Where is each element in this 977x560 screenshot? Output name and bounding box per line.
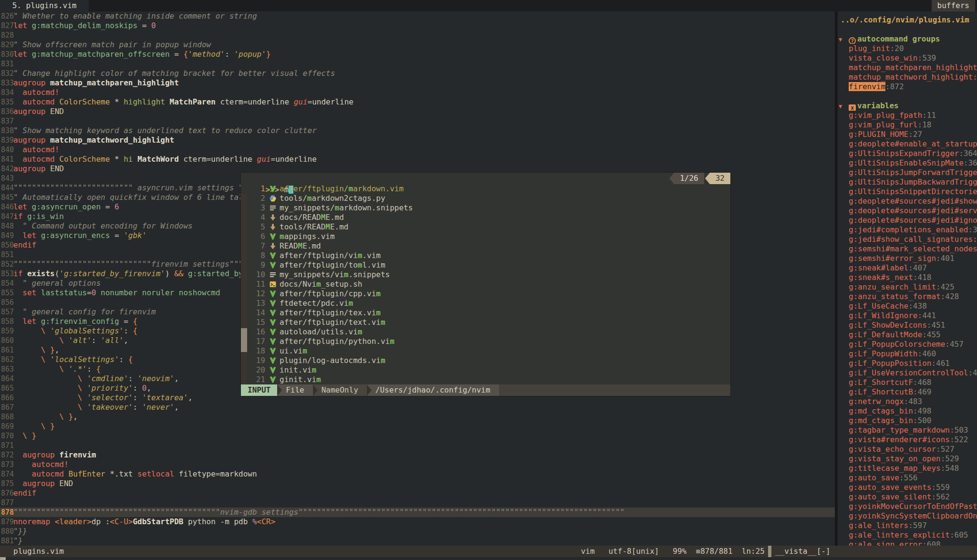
vista-item[interactable]: g:netrw_nogx:483: [838, 397, 977, 406]
vista-item[interactable]: g:md_ctags_bin:498: [838, 406, 977, 416]
code-line-880[interactable]: 880"}}: [0, 527, 835, 536]
vista-item[interactable]: matchup_matchword_highlight:: [838, 73, 977, 82]
code-line-838[interactable]: 838" Show matching keyword as underlined…: [0, 126, 835, 135]
vista-item[interactable]: g:vista#renderer#icons:522: [838, 435, 977, 445]
vista-item[interactable]: g:auto_save:556: [838, 473, 977, 483]
vista-item[interactable]: g:yoinkMoveCursorToEndOfPast: [838, 502, 977, 511]
vista-item[interactable]: g:vim_plug_furl:18: [838, 120, 977, 130]
vista-item[interactable]: g:Lf_DefaultMode:455: [838, 330, 977, 340]
finder-result[interactable]: 19plugin/log-autocmds.vim: [241, 356, 730, 365]
code-line-842[interactable]: 842augroup END: [0, 164, 835, 174]
vista-item[interactable]: g:anzu_status_format:428: [838, 292, 977, 301]
vista-item[interactable]: g:UltiSnipsEnableSnipMate:36: [838, 158, 977, 168]
vista-item[interactable]: g:UltiSnipsExpandTrigger:364: [838, 149, 977, 158]
code-line-878[interactable]: 878"""""""""""""""""""""""""""""""""""""…: [0, 508, 835, 517]
vista-item[interactable]: g:deoplete#sources#jedi#serv: [838, 206, 977, 216]
vista-item[interactable]: g:jedi#show_call_signatures:: [838, 235, 977, 244]
code-line-841[interactable]: 841 autocmd ColorScheme * hi MatchWord c…: [0, 155, 835, 164]
vista-item[interactable]: g:auto_save_events:559: [838, 483, 977, 492]
vista-item[interactable]: g:ale_linters:597: [838, 521, 977, 530]
vista-item[interactable]: g:Lf_PopupPosition:461: [838, 359, 977, 368]
finder-result[interactable]: 17after/ftplugin/python.vim: [241, 337, 730, 346]
vista-item[interactable]: g:semshi#mark_selected_nodes: [838, 244, 977, 254]
vista-item[interactable]: g:vista_stay_on_open:529: [838, 454, 977, 464]
code-line-829[interactable]: 829" Show offscreen match pair in popup …: [0, 40, 835, 50]
code-line-836[interactable]: 836augroup END: [0, 107, 835, 116]
vista-item[interactable]: g:yoinkSyncSystemClipboardOn: [838, 511, 977, 521]
code-line-840[interactable]: 840 autocmd!: [0, 145, 835, 155]
finder-result[interactable]: 10my_snippets/vim.snippets: [241, 270, 730, 280]
code-line-873[interactable]: 873 autocmd!: [0, 460, 835, 469]
buffers-label[interactable]: buffers: [932, 0, 975, 11]
vista-item[interactable]: g:sneak#label:407: [838, 263, 977, 273]
finder-result[interactable]: 2tools/markdown2ctags.py: [241, 194, 730, 203]
code-line-830[interactable]: 830let g:matchup_matchparen_offscreen = …: [0, 50, 835, 59]
code-line-826[interactable]: 826" Whether to enable matching inside c…: [0, 11, 835, 21]
code-line-839[interactable]: 839augroup matchup_matchword_highlight: [0, 135, 835, 145]
code-line-831[interactable]: 831: [0, 59, 835, 69]
code-line-869[interactable]: 869 \ }: [0, 422, 835, 431]
vista-item[interactable]: g:Lf_UseVersionControlTool:4: [838, 368, 977, 378]
vista-item[interactable]: g:tagbar_type_markdown:503: [838, 425, 977, 435]
code-line-874[interactable]: 874 autocmd BufEnter *.txt setlocal file…: [0, 469, 835, 479]
vista-item[interactable]: g:Lf_PopupWidth:460: [838, 349, 977, 359]
tab-plugins-vim[interactable]: 5. plugins.vim: [0, 0, 89, 11]
vista-item[interactable]: g:UltiSnipsJumpBackwardTrigg: [838, 177, 977, 187]
vista-item[interactable]: g:sneak#s_next:418: [838, 273, 977, 282]
vista-section-header[interactable]: ▼xvariables: [838, 101, 977, 111]
finder-result[interactable]: 3my_snippets/markdown.snippets: [241, 203, 730, 213]
vista-item[interactable]: g:ale_sign_error:608: [838, 540, 977, 546]
finder-result[interactable]: 18ui.vim: [241, 346, 730, 356]
vista-item[interactable]: g:deoplete#enable_at_startup: [838, 139, 977, 149]
code-line-876[interactable]: 876endif: [0, 488, 835, 498]
code-line-871[interactable]: 871: [0, 441, 835, 450]
vista-item[interactable]: g:anzu_search_limit:425: [838, 282, 977, 292]
vista-item[interactable]: g:md_ctags_bin:500: [838, 416, 977, 425]
code-line-832[interactable]: 832" Change highlight color of matching …: [0, 69, 835, 78]
vista-item[interactable]: firenvim:872: [838, 82, 977, 92]
vista-item[interactable]: g:deoplete#sources#jedi#show: [838, 197, 977, 206]
vista-item[interactable]: g:PLUGIN_HOME:27: [838, 130, 977, 139]
code-line-870[interactable]: 870 \ }: [0, 431, 835, 441]
vista-item[interactable]: g:deoplete#sources#jedi#igno: [838, 216, 977, 225]
vista-item[interactable]: plug_init:20: [838, 44, 977, 53]
code-line-837[interactable]: 837: [0, 116, 835, 126]
finder-result[interactable]: 8after/ftplugin/vim.vim: [241, 251, 730, 260]
vista-item[interactable]: g:Lf_ShortcutF:468: [838, 378, 977, 387]
finder-result[interactable]: 21ginit.vim: [241, 375, 730, 384]
code-line-827[interactable]: 827let g:matchup_delim_noskips = 0: [0, 21, 835, 31]
vista-item[interactable]: matchup_matchparen_highlight: [838, 63, 977, 73]
finder-result[interactable]: 20init.vim: [241, 365, 730, 375]
vista-item[interactable]: g:Lf_UseCache:438: [838, 301, 977, 311]
command-line[interactable]: [0, 557, 977, 560]
vista-item[interactable]: vista_close_win:539: [838, 53, 977, 63]
finder-prompt[interactable]: >>>m 1/2632: [241, 173, 730, 184]
vista-item[interactable]: g:UltiSnipsJumpForwardTrigge: [838, 168, 977, 177]
vista-item[interactable]: g:Lf_WildIgnore:441: [838, 311, 977, 321]
code-line-868[interactable]: 868 \ },: [0, 412, 835, 422]
code-line-833[interactable]: 833augroup matchup_matchparen_highlight: [0, 78, 835, 88]
vista-item[interactable]: g:vista_echo_cursor:527: [838, 445, 977, 454]
code-line-867[interactable]: 867 \ 'takeover': 'never',: [0, 403, 835, 412]
code-line-881[interactable]: 881"}: [0, 536, 835, 546]
finder-result[interactable]: 4docs/README.md: [241, 213, 730, 222]
code-line-872[interactable]: 872 augroup firenvim: [0, 450, 835, 460]
vista-item[interactable]: g:semshi#error_sign:401: [838, 254, 977, 263]
finder-result[interactable]: 7README.md: [241, 241, 730, 251]
finder-result[interactable]: 14after/ftplugin/tex.vim: [241, 308, 730, 318]
code-line-834[interactable]: 834 autocmd!: [0, 88, 835, 97]
chevron-down-icon[interactable]: ▼: [839, 35, 849, 44]
finder-result[interactable]: 15after/ftplugin/text.vim: [241, 318, 730, 327]
vista-item[interactable]: g:vim_plug_fpath:11: [838, 111, 977, 120]
finder-result[interactable]: 11docs/Nvim_setup.sh: [241, 280, 730, 289]
vista-item[interactable]: g:Lf_ShowDevIcons:451: [838, 321, 977, 330]
code-line-828[interactable]: 828: [0, 31, 835, 40]
finder-result[interactable]: 9after/ftplugin/toml.vim: [241, 260, 730, 270]
code-line-875[interactable]: 875 augroup END: [0, 479, 835, 488]
vista-item[interactable]: g:ale_linters_explicit:605: [838, 530, 977, 540]
finder-result[interactable]: 13ftdetect/pdc.vim: [241, 299, 730, 308]
vista-item[interactable]: g:Lf_PopupColorscheme:457: [838, 340, 977, 349]
code-line-879[interactable]: 879nnoremap <leader>dp :<C-U>GdbStartPDB…: [0, 517, 835, 527]
finder-result[interactable]: 5tools/README.md: [241, 222, 730, 232]
code-line-877[interactable]: 877: [0, 498, 835, 508]
